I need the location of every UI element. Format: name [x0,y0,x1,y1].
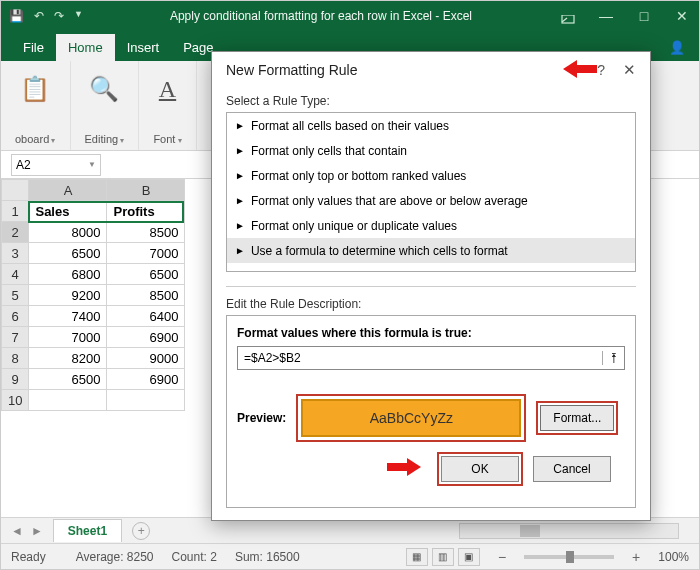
rule-type-item[interactable]: ►Use a formula to determine which cells … [227,238,635,263]
cell[interactable]: 9000 [107,348,185,369]
tab-insert[interactable]: Insert [115,34,172,61]
tab-file[interactable]: File [11,34,56,61]
sheet-nav-next[interactable]: ► [31,524,43,538]
chevron-down-icon[interactable]: ▼ [74,9,83,23]
rule-type-listbox[interactable]: ►Format all cells based on their values … [226,112,636,272]
annotation-highlight: AaBbCcYyZz [296,394,526,442]
annotation-highlight: Format... [536,401,618,435]
range-picker-icon[interactable]: ⭱ [602,351,624,365]
cell[interactable]: 6900 [107,327,185,348]
help-icon[interactable]: ? [597,62,605,78]
view-normal-icon[interactable]: ▦ [406,548,428,566]
row-header[interactable]: 10 [2,390,29,411]
col-header-a[interactable]: A [29,180,107,201]
cell[interactable]: 6800 [29,264,107,285]
zoom-out-button[interactable]: − [498,549,506,565]
row-header[interactable]: 3 [2,243,29,264]
ribbon-group-editing[interactable]: 🔍 Editing [71,61,140,150]
bullet-icon: ► [235,220,245,231]
redo-icon[interactable]: ↷ [54,9,64,23]
bullet-icon: ► [235,170,245,181]
ribbon-options-icon[interactable] [559,12,577,28]
formula-input-wrap: ⭱ [237,346,625,370]
cell[interactable]: 6500 [107,264,185,285]
dialog-title: New Formatting Rule [226,62,553,78]
ribbon-group-font[interactable]: A Font [139,61,196,150]
annotation-highlight: OK [437,452,523,486]
rule-type-item[interactable]: ►Format only cells that contain [227,138,635,163]
chevron-down-icon[interactable]: ▼ [88,160,96,169]
cell[interactable]: 8200 [29,348,107,369]
cell[interactable]: 9200 [29,285,107,306]
ribbon-group-clipboard[interactable]: 📋 oboard [1,61,71,150]
close-icon[interactable]: ✕ [673,8,691,24]
window-title: Apply conditional formatting for each ro… [83,9,559,23]
rule-type-item[interactable]: ►Format only top or bottom ranked values [227,163,635,188]
cell[interactable]: 6500 [29,369,107,390]
col-header-b[interactable]: B [107,180,185,201]
close-icon[interactable]: ✕ [623,61,636,79]
formula-label: Format values where this formula is true… [237,326,625,340]
cell[interactable]: 7000 [107,243,185,264]
cell[interactable]: 8000 [29,222,107,243]
cell[interactable]: 8500 [107,222,185,243]
row-header[interactable]: 1 [2,201,29,222]
row-header[interactable]: 8 [2,348,29,369]
cell[interactable]: 6500 [29,243,107,264]
ok-button[interactable]: OK [441,456,519,482]
view-pagebreak-icon[interactable]: ▣ [458,548,480,566]
row-header[interactable]: 5 [2,285,29,306]
zoom-percent[interactable]: 100% [658,550,689,564]
cell[interactable]: 6400 [107,306,185,327]
rule-type-item[interactable]: ►Format all cells based on their values [227,113,635,138]
scrollbar-thumb[interactable] [520,525,540,537]
format-button[interactable]: Format... [540,405,614,431]
row-header[interactable]: 9 [2,369,29,390]
row-header[interactable]: 2 [2,222,29,243]
horizontal-scrollbar[interactable] [459,523,679,539]
svg-rect-0 [562,15,574,23]
ribbon-label-clipboard: oboard [15,133,56,147]
bullet-icon: ► [235,145,245,156]
bullet-icon: ► [235,245,245,256]
tab-home[interactable]: Home [56,34,115,61]
select-all-corner[interactable] [2,180,29,201]
name-box-value: A2 [16,158,31,172]
cell[interactable]: Profits [107,201,185,222]
zoom-thumb[interactable] [566,551,574,563]
zoom-slider[interactable] [524,555,614,559]
sheet-nav-prev[interactable]: ◄ [11,524,23,538]
view-pagelayout-icon[interactable]: ▥ [432,548,454,566]
new-sheet-button[interactable]: + [132,522,150,540]
rule-type-item[interactable]: ►Format only unique or duplicate values [227,213,635,238]
cell[interactable]: 7400 [29,306,107,327]
row-header[interactable]: 4 [2,264,29,285]
cell[interactable] [107,390,185,411]
share-icon[interactable]: 👤 [655,34,699,61]
dialog-titlebar[interactable]: New Formatting Rule ? ✕ [212,52,650,88]
new-formatting-rule-dialog: New Formatting Rule ? ✕ Select a Rule Ty… [211,51,651,521]
format-preview: AaBbCcYyZz [301,399,521,437]
sheet-tab-active[interactable]: Sheet1 [53,519,122,542]
font-icon: A [159,69,176,109]
undo-icon[interactable]: ↶ [34,9,44,23]
save-icon[interactable]: 💾 [9,9,24,23]
formula-input[interactable] [238,351,602,365]
cell[interactable]: 7000 [29,327,107,348]
cancel-button[interactable]: Cancel [533,456,611,482]
cell[interactable]: Sales [29,201,107,222]
cell[interactable] [29,390,107,411]
cell[interactable]: 6900 [107,369,185,390]
edit-rule-label: Edit the Rule Description: [226,297,636,311]
maximize-icon[interactable]: □ [635,8,653,24]
minimize-icon[interactable]: — [597,8,615,24]
rule-type-item[interactable]: ►Format only values that are above or be… [227,188,635,213]
status-ready: Ready [11,550,46,564]
status-count: Count: 2 [172,550,217,564]
name-box[interactable]: A2 ▼ [11,154,101,176]
cell[interactable]: 8500 [107,285,185,306]
row-header[interactable]: 6 [2,306,29,327]
row-header[interactable]: 7 [2,327,29,348]
zoom-in-button[interactable]: + [632,549,640,565]
annotation-arrow-icon [561,61,597,80]
